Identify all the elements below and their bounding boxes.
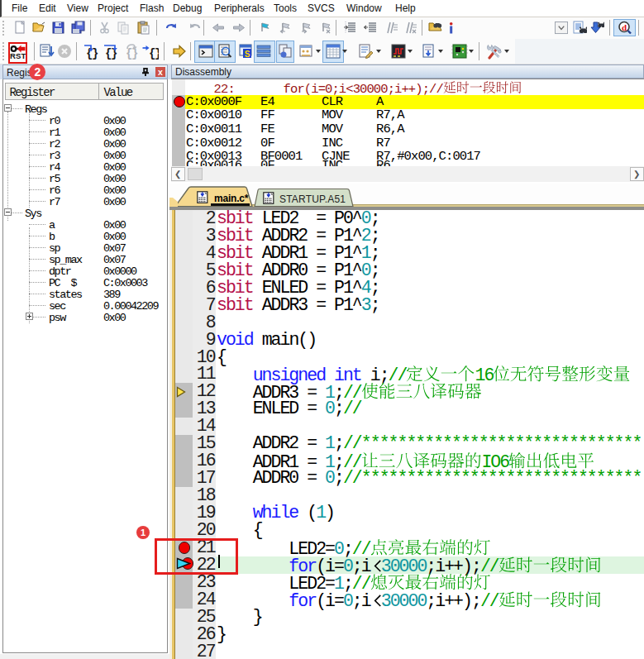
svg-text:d: d	[622, 22, 627, 32]
svg-text:S: S	[245, 50, 250, 59]
svg-text:{}: {}	[149, 47, 159, 60]
svg-text:{}: {}	[126, 47, 138, 60]
